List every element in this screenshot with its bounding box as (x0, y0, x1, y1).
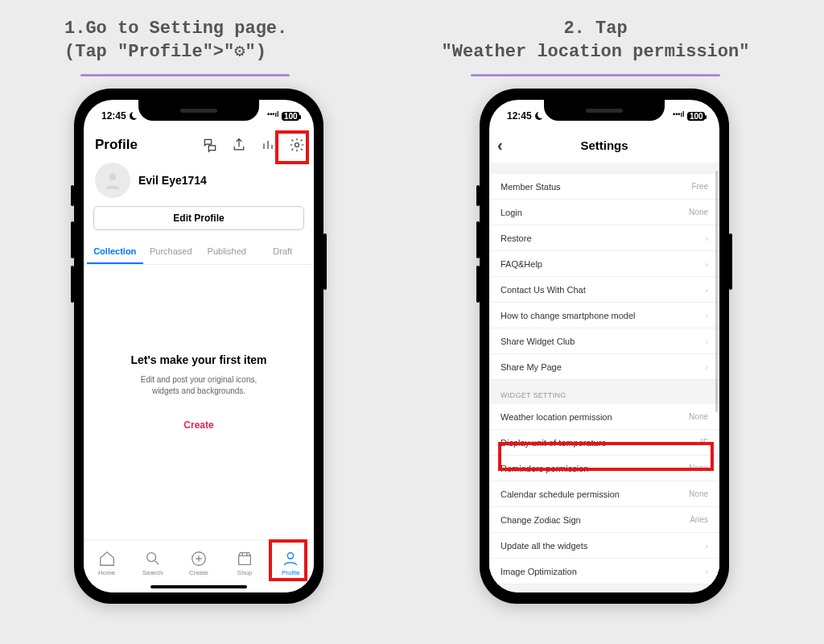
empty-desc: Edit and post your original icons, widge… (108, 374, 290, 397)
row-label: FAQ&Help (501, 259, 542, 269)
do-not-disturb-icon (535, 112, 543, 120)
row-update-all[interactable]: Update all the widgets › (489, 533, 719, 559)
instruction-text: 1.Go to Setting page. (64, 19, 287, 39)
empty-title: Let's make your first item (108, 353, 290, 366)
nav-label: Home (98, 569, 115, 576)
nav-label: Create (189, 569, 208, 576)
row-weather-permission[interactable]: Weather location permission None (489, 404, 719, 430)
row-label: How to change smartphone model (501, 311, 636, 320)
phone-side-button (323, 233, 327, 290)
tab-purchased[interactable]: Purchased (143, 240, 200, 264)
nav-create[interactable]: Create (179, 550, 218, 576)
page-title: Settings (580, 138, 628, 152)
svg-point-1 (109, 173, 117, 180)
create-link[interactable]: Create (108, 419, 290, 431)
chevron-right-icon: › (705, 541, 708, 551)
chevron-right-icon: › (705, 259, 708, 269)
row-label: Share Widget Club (501, 336, 575, 346)
tab-draft[interactable]: Draft (255, 240, 311, 264)
row-value: None (689, 412, 708, 421)
row-label: Update all the widgets (501, 541, 587, 551)
phone-side-button (71, 221, 74, 258)
row-value: Free (691, 182, 708, 191)
section-spacer (489, 163, 719, 174)
row-image-opt[interactable]: Image Optimization › (489, 559, 719, 584)
avatar[interactable] (95, 163, 130, 198)
nav-label: Search (142, 569, 163, 576)
battery-level: 100 (690, 112, 703, 121)
phone-frame-settings: 12:45 100 ‹ Settings Member Status Free … (480, 89, 729, 604)
tab-published[interactable]: Published (199, 240, 255, 264)
row-share-page[interactable]: Share My Page › (489, 354, 719, 380)
phone-notch (544, 100, 665, 121)
status-time: 12:45 (101, 110, 126, 122)
row-label: Calendar schedule permission (501, 489, 620, 499)
status-time: 12:45 (507, 110, 532, 122)
chevron-right-icon: › (705, 311, 708, 320)
row-login[interactable]: Login None (489, 200, 719, 225)
do-not-disturb-icon (130, 112, 138, 120)
phone-screen: 12:45 100 ‹ Settings Member Status Free … (489, 100, 719, 592)
empty-state: Let's make your first item Edit and post… (84, 265, 314, 431)
home-indicator (150, 585, 247, 588)
row-calendar[interactable]: Calendar schedule permission None (489, 481, 719, 507)
battery-icon: 100 (282, 112, 299, 121)
back-icon[interactable]: ‹ (497, 136, 503, 155)
scrollbar[interactable] (715, 171, 718, 412)
row-contact[interactable]: Contact Us With Chat › (489, 277, 719, 303)
instruction-text: "Weather location permission" (442, 42, 750, 62)
chat-icon[interactable] (201, 136, 219, 154)
row-label: Restore (501, 233, 532, 243)
instruction-text: (Tap "Profile">"⚙") (64, 42, 266, 62)
status-right: 100 (673, 112, 705, 121)
profile-tabs: Collection Purchased Published Draft (84, 240, 314, 265)
nav-shop[interactable]: Shop (225, 550, 264, 576)
signal-icon (673, 112, 684, 120)
battery-icon: 100 (687, 112, 705, 121)
row-label: Member Status (501, 182, 561, 192)
chevron-right-icon: › (705, 362, 708, 372)
row-value: Aries (690, 515, 708, 524)
row-value: None (689, 208, 708, 217)
phone-side-button (729, 233, 732, 290)
highlight-weather-row (498, 442, 714, 471)
user-info: Evil Eye1714 (84, 163, 314, 206)
row-label: Contact Us With Chat (501, 285, 586, 295)
highlight-gear (275, 130, 309, 164)
status-right: 100 (267, 112, 299, 121)
chart-icon[interactable] (259, 136, 277, 154)
tab-collection[interactable]: Collection (87, 240, 143, 264)
phone-side-button (476, 221, 480, 258)
row-label: Share My Page (501, 362, 562, 372)
phone-side-button (71, 185, 74, 206)
instruction-step-2: 2. Tap "Weather location permission" (418, 18, 772, 64)
nav-home[interactable]: Home (88, 550, 126, 576)
row-restore[interactable]: Restore › (489, 225, 719, 251)
row-change-model[interactable]: How to change smartphone model › (489, 303, 719, 328)
section-header-others: OTHERS (489, 584, 719, 592)
row-member-status[interactable]: Member Status Free (489, 174, 719, 200)
settings-list[interactable]: Member Status Free Login None Restore › … (489, 163, 719, 592)
phone-side-button (476, 266, 480, 303)
svg-point-2 (146, 553, 155, 562)
battery-level: 100 (284, 112, 298, 121)
nav-search[interactable]: Search (134, 550, 172, 576)
phone-notch (138, 100, 259, 121)
row-zodiac[interactable]: Change Zodiac Sign Aries (489, 507, 719, 533)
share-icon[interactable] (230, 136, 248, 154)
instruction-text: 2. Tap (563, 19, 627, 39)
row-faq[interactable]: FAQ&Help › (489, 251, 719, 277)
row-label: Login (501, 208, 522, 217)
signal-icon (267, 112, 278, 120)
row-label: Image Optimization (501, 567, 577, 576)
row-share-club[interactable]: Share Widget Club › (489, 328, 719, 354)
underline-decoration (471, 74, 720, 76)
row-value: None (689, 489, 708, 498)
nav-label: Shop (237, 569, 253, 576)
chevron-right-icon: › (705, 233, 708, 243)
status-left: 12:45 (101, 110, 138, 122)
chevron-right-icon: › (705, 285, 708, 295)
section-header-widget: WIDGET SETTING (489, 380, 719, 404)
edit-profile-button[interactable]: Edit Profile (93, 206, 304, 230)
username: Evil Eye1714 (138, 174, 207, 187)
